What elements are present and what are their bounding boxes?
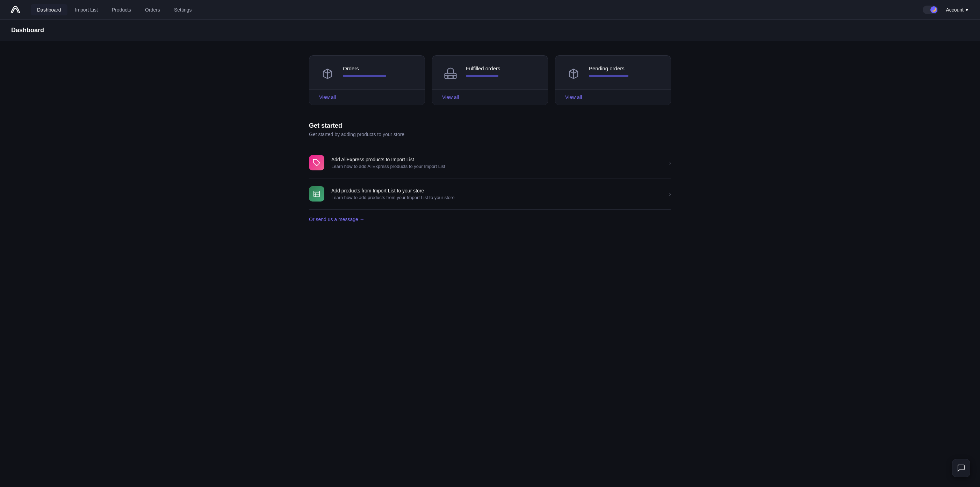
chevron-down-icon: ▾ — [966, 7, 968, 13]
fulfilled-orders-card-footer: View all — [432, 89, 548, 105]
chat-button[interactable] — [952, 459, 970, 477]
fulfilled-orders-info: Fulfilled orders — [466, 65, 538, 77]
pending-orders-view-all[interactable]: View all — [565, 94, 661, 100]
aliexpress-item-arrow: › — [669, 159, 671, 166]
pending-orders-info: Pending orders — [589, 65, 661, 77]
navbar-right: 🌙 Account ▾ — [923, 5, 972, 15]
svg-point-2 — [452, 76, 454, 78]
nav-item-orders[interactable]: Orders — [139, 4, 166, 15]
fulfilled-orders-bar — [466, 75, 498, 77]
theme-toggle-knob: 🌙 — [931, 6, 937, 13]
main-content: Orders View all — [298, 41, 682, 248]
import-list-item-text: Add products from Import List to your st… — [331, 188, 662, 200]
pending-orders-bar — [589, 75, 628, 77]
account-label: Account — [946, 7, 964, 13]
import-list-item-desc: Learn how to add products from your Impo… — [331, 195, 662, 200]
orders-icon — [319, 65, 336, 82]
svg-rect-4 — [314, 191, 320, 197]
import-list-item-arrow: › — [669, 190, 671, 198]
get-started-items: Add AliExpress products to Import List L… — [309, 147, 671, 209]
aliexpress-item-desc: Learn how to add AliExpress products to … — [331, 164, 662, 169]
import-list-icon-wrap — [309, 186, 325, 201]
navbar: Dashboard Import List Products Orders Se… — [0, 0, 980, 19]
stats-grid: Orders View all — [309, 55, 671, 105]
aliexpress-item-title: Add AliExpress products to Import List — [331, 157, 662, 162]
orders-card: Orders View all — [309, 55, 425, 105]
pending-orders-card: Pending orders View all — [555, 55, 671, 105]
nav-item-import-list[interactable]: Import List — [69, 4, 104, 15]
orders-card-body: Orders — [309, 56, 425, 89]
orders-card-footer: View all — [309, 89, 425, 105]
account-button[interactable]: Account ▾ — [942, 5, 972, 15]
orders-view-all[interactable]: View all — [319, 94, 415, 100]
pending-orders-card-footer: View all — [555, 89, 671, 105]
aliexpress-icon-wrap — [309, 155, 325, 170]
pending-orders-card-body: Pending orders — [555, 56, 671, 89]
svg-rect-0 — [445, 73, 457, 79]
svg-point-1 — [447, 76, 449, 78]
page-header: Dashboard — [0, 19, 980, 41]
nav-menu: Dashboard Import List Products Orders Se… — [31, 4, 923, 15]
fulfilled-orders-card: Fulfilled orders View all — [432, 55, 548, 105]
fulfilled-orders-icon — [442, 65, 459, 82]
nav-item-products[interactable]: Products — [105, 4, 137, 15]
fulfilled-orders-label: Fulfilled orders — [466, 65, 538, 71]
page-title: Dashboard — [11, 27, 969, 34]
send-message-link[interactable]: Or send us a message → — [309, 217, 364, 222]
get-started-item-aliexpress[interactable]: Add AliExpress products to Import List L… — [309, 147, 671, 179]
theme-toggle[interactable]: 🌙 — [923, 6, 938, 14]
fulfilled-orders-card-body: Fulfilled orders — [432, 56, 548, 89]
aliexpress-item-text: Add AliExpress products to Import List L… — [331, 157, 662, 169]
fulfilled-orders-view-all[interactable]: View all — [442, 94, 538, 100]
orders-label: Orders — [343, 65, 415, 71]
get-started-item-import-list[interactable]: Add products from Import List to your st… — [309, 179, 671, 209]
nav-item-settings[interactable]: Settings — [168, 4, 198, 15]
nav-item-dashboard[interactable]: Dashboard — [31, 4, 67, 15]
orders-bar — [343, 75, 386, 77]
pending-orders-label: Pending orders — [589, 65, 661, 71]
orders-info: Orders — [343, 65, 415, 77]
get-started-section: Get started Get started by adding produc… — [309, 122, 671, 222]
logo[interactable] — [8, 3, 22, 17]
get-started-title: Get started — [309, 122, 671, 129]
import-list-item-title: Add products from Import List to your st… — [331, 188, 662, 193]
get-started-subtitle: Get started by adding products to your s… — [309, 131, 671, 137]
pending-orders-icon — [565, 65, 582, 82]
